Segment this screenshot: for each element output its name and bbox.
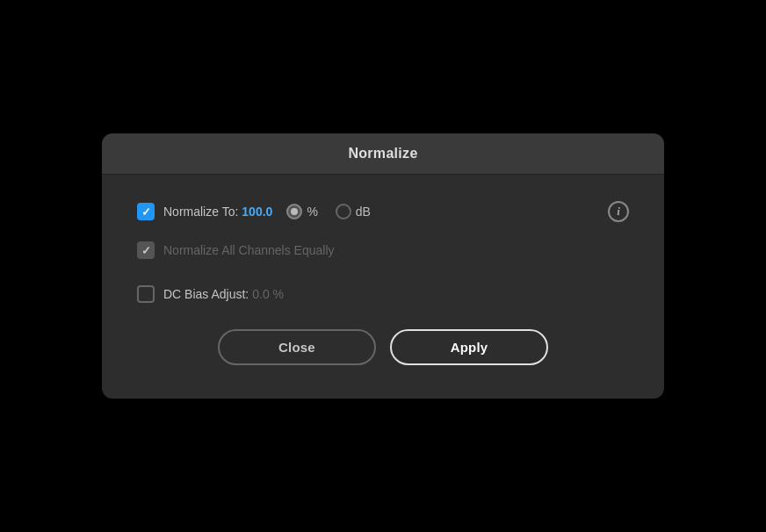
normalize-channels-checkmark: ✓ [141,245,151,256]
dialog-header: Normalize [102,133,664,175]
dialog-body: ✓ Normalize To: 100.0 % dB i [102,175,664,399]
apply-button[interactable]: Apply [390,329,548,365]
normalize-to-checkbox[interactable]: ✓ Normalize To: [137,203,238,220]
info-icon[interactable]: i [608,201,629,222]
percent-radio[interactable]: % [286,204,317,219]
normalize-to-checkbox-box[interactable]: ✓ [137,203,155,220]
checkmark-icon: ✓ [141,206,151,218]
percent-radio-dot [291,208,298,215]
dc-bias-checkbox[interactable]: DC Bias Adjust: [137,285,249,303]
unit-radio-group: % dB [286,204,379,219]
normalize-channels-checkbox-box[interactable]: ✓ [137,241,155,259]
button-row: Close Apply [137,329,629,372]
normalize-dialog: Normalize ✓ Normalize To: 100.0 % [102,133,664,399]
normalize-to-value[interactable]: 100.0 [242,205,272,219]
dialog-title: Normalize [348,146,417,161]
db-radio-circle[interactable] [336,204,351,219]
normalize-channels-checkbox[interactable]: ✓ Normalize All Channels Equally [137,241,335,259]
dc-bias-row: DC Bias Adjust: 0.0 % [137,285,629,303]
normalize-to-row: ✓ Normalize To: 100.0 % dB i [137,201,629,222]
percent-radio-circle[interactable] [286,204,302,219]
normalize-channels-label: Normalize All Channels Equally [163,243,335,257]
normalize-channels-row: ✓ Normalize All Channels Equally [137,241,629,259]
dc-bias-value: 0.0 % [252,287,284,301]
normalize-to-label: Normalize To: [163,205,238,219]
close-button[interactable]: Close [218,329,376,365]
db-radio[interactable]: dB [336,204,371,219]
db-label: dB [356,205,371,219]
dc-bias-checkbox-box[interactable] [137,285,155,303]
info-icon-symbol: i [617,205,620,219]
percent-label: % [307,205,317,219]
dc-bias-label: DC Bias Adjust: [163,287,249,301]
